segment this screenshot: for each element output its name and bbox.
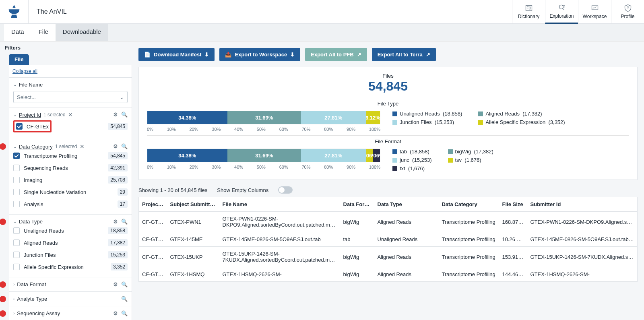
export-terra-button[interactable]: Export All to Terra↗ [372, 48, 436, 61]
option-count: 3,352 [111, 263, 128, 270]
facet-data-type: ⌄ Data Type ⚙ 🔍 Unaligned Reads18,858Ali… [9, 214, 132, 277]
checkbox[interactable] [13, 189, 20, 195]
chart-title: File Type [147, 101, 629, 107]
cell-subject: GTEX-145ME [167, 232, 219, 247]
chevron-right-icon: › [13, 297, 14, 301]
nav-exploration[interactable]: Exploration [545, 0, 578, 24]
checkbox[interactable] [13, 201, 20, 207]
nav-dictionary[interactable]: Dictionary [512, 0, 545, 24]
facet-option[interactable]: Allele Specific Expression3,352 [13, 261, 128, 273]
table-row[interactable]: CF-GTExGTEX-15UKPGTEX-15UKP-1426-SM-7KUD… [139, 247, 638, 267]
facet-option[interactable]: Single Nucleotide Variation29 [13, 186, 128, 198]
gear-icon[interactable]: ⚙ [113, 219, 118, 225]
gear-icon[interactable]: ⚙ [113, 111, 118, 118]
empty-cols-toggle[interactable] [278, 186, 293, 194]
axis-tick: 60% [279, 165, 288, 169]
export-pfb-button[interactable]: Export All to PFB↗ [305, 48, 367, 61]
table-row[interactable]: CF-GTExGTEX-PWN1GTEX-PWN1-0226-SM-DKPO9.… [139, 212, 638, 232]
search-icon[interactable]: 🔍 [121, 219, 128, 225]
axis-tick: 60% [279, 127, 288, 132]
nav-workspace[interactable]: Workspace [578, 0, 611, 24]
facet-option[interactable]: Transcriptome Profiling54,845 [13, 150, 128, 162]
exploration-icon [557, 4, 566, 12]
table-row[interactable]: CF-GTExGTEX-145MEGTEX-145ME-0826-SM-5O9A… [139, 232, 638, 247]
facet-header-analyte-type[interactable]: › Analyte Type [13, 296, 128, 302]
legend-label: tab (18,858) [400, 149, 429, 155]
tab-data[interactable]: Data [4, 24, 31, 41]
chevron-down-icon: ⌄ [120, 94, 124, 100]
gear-icon[interactable]: ⚙ [113, 310, 118, 316]
clear-selection-icon[interactable]: ✕ [80, 143, 85, 150]
column-header[interactable]: Project Id [139, 197, 167, 212]
chevron-down-icon: ⌄ [13, 145, 17, 149]
cell-filesize: 10.26 MB [499, 232, 527, 247]
facet-option[interactable]: Imaging25,708 [13, 174, 128, 186]
search-icon[interactable]: 🔍 [121, 296, 128, 302]
facet-header-data-category[interactable]: ⌄ Data Category 1 selected ✕ [13, 143, 128, 150]
file-filter-tab[interactable]: File [9, 54, 29, 65]
checkbox[interactable] [13, 227, 20, 234]
download-manifest-button[interactable]: 📄Download Manifest⬇ [138, 48, 215, 61]
column-header[interactable]: Submitter Id [527, 197, 638, 212]
facet-option[interactable]: Sequencing Reads42,391 [13, 162, 128, 174]
cell-format: bigWig [340, 247, 374, 267]
facet-project-id: ⌄ Project Id 1 selected ✕ ⚙ 🔍 CF-GTEx 54… [9, 107, 132, 139]
swatch-icon [478, 111, 483, 116]
legend-item: Unaligned Reads (18,858) [392, 111, 462, 117]
checkbox[interactable] [13, 239, 20, 246]
gear-icon[interactable]: ⚙ [113, 143, 118, 149]
legend: tab (18,858)bigWig (17,382)junc (15,253)… [392, 149, 493, 171]
search-icon[interactable]: 🔍 [121, 111, 128, 118]
gear-icon[interactable]: ⚙ [113, 281, 118, 287]
column-header[interactable]: Data Type [374, 197, 439, 212]
facet-option-cf-gtex[interactable]: CF-GTEx 54,845 [13, 118, 128, 135]
content-area: 📄Download Manifest⬇ 📤Export to Workspace… [132, 41, 644, 320]
cell-filesize: 168.87 MB [499, 212, 527, 232]
export-workspace-button[interactable]: 📤Export to Workspace⬇ [219, 48, 300, 61]
profile-icon [623, 4, 632, 12]
facet-option[interactable]: Junction Files15,253 [13, 249, 128, 261]
column-header[interactable]: Data Category [439, 197, 499, 212]
column-header[interactable]: File Name [219, 197, 340, 212]
facet-header-data-format[interactable]: › Data Format [13, 281, 128, 287]
column-header[interactable]: File Size [499, 197, 527, 212]
facet-header-sequencing-assay[interactable]: › Sequencing Assay [13, 310, 128, 316]
cell-submitter: GTEX-15UKP-1426-SM-7KUDX.Aligned.sortedB… [527, 247, 638, 267]
facet-title: Data Type [19, 219, 43, 225]
facet-header-project-id[interactable]: ⌄ Project Id 1 selected ✕ [13, 111, 128, 118]
file-name-select[interactable]: Select... ⌄ [13, 91, 128, 103]
checkbox[interactable] [13, 252, 20, 258]
facet-header-file-name[interactable]: ⌄ File Name [13, 82, 128, 88]
column-header[interactable]: Subject Submitter Id [167, 197, 219, 212]
cell-project: CF-GTEx [139, 232, 167, 247]
facet-option[interactable]: Analysis17 [13, 198, 128, 210]
placeholder-text: Select... [17, 94, 36, 100]
facet-title: Data Format [17, 281, 46, 287]
search-icon[interactable]: 🔍 [121, 143, 128, 149]
checkbox[interactable] [13, 264, 20, 270]
checkbox[interactable] [13, 153, 20, 159]
axis-tick: 90% [347, 165, 355, 169]
facet-data-format: › Data Format ⚙🔍 [9, 277, 132, 291]
column-header[interactable]: Data Format [340, 197, 374, 212]
checkbox[interactable] [13, 165, 20, 171]
clear-selection-icon[interactable]: ✕ [68, 111, 73, 118]
tab-file[interactable]: File [31, 24, 56, 41]
option-count: 42,391 [108, 164, 128, 171]
swatch-icon [392, 111, 397, 116]
empty-cols-label: Show Empty Columns [217, 187, 268, 193]
facet-option[interactable]: Aligned Reads17,382 [13, 237, 128, 249]
facet-option[interactable]: Unaligned Reads18,858 [13, 225, 128, 237]
cell-format: bigWig [340, 212, 374, 232]
nav-profile[interactable]: Profile [611, 0, 644, 24]
checkbox[interactable] [13, 177, 20, 183]
search-icon[interactable]: 🔍 [121, 281, 128, 287]
cell-datatype: Aligned Reads [374, 247, 439, 267]
table-row[interactable]: CF-GTExGTEX-1HSMQGTEX-1HSMQ-2626-SM-bigW… [139, 267, 638, 282]
axis-tick: 40% [234, 127, 243, 132]
search-icon[interactable]: 🔍 [121, 310, 128, 316]
checkbox-checked[interactable] [16, 123, 23, 130]
facet-header-data-type[interactable]: ⌄ Data Type [13, 219, 128, 225]
tab-downloadable[interactable]: Downloadable [56, 24, 108, 41]
collapse-all-link[interactable]: Collapse all [9, 65, 132, 77]
